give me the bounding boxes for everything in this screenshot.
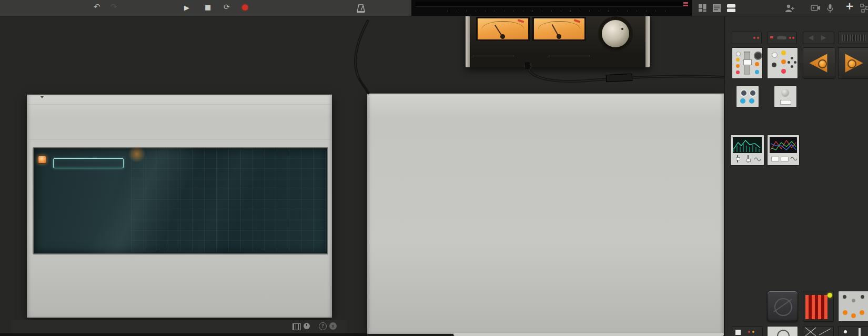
keyboard-icon[interactable] xyxy=(292,323,301,330)
browser-panel xyxy=(724,16,868,336)
device-thumbnail[interactable] xyxy=(838,326,868,336)
meter-clip-indicator xyxy=(683,5,688,6)
device-thumbnail[interactable] xyxy=(767,32,797,44)
list-view-icon[interactable] xyxy=(712,4,721,13)
device-thumbnail[interactable] xyxy=(732,32,762,44)
divider xyxy=(27,105,331,105)
vu-meter-left xyxy=(476,17,530,41)
device-thumbnail[interactable] xyxy=(803,32,834,44)
loop-button[interactable]: ⟳ xyxy=(224,3,230,11)
device-left-rail xyxy=(466,14,470,67)
output-level-knob[interactable] xyxy=(602,20,629,47)
arranger-view-icon[interactable] xyxy=(698,4,707,13)
routing-icon[interactable] xyxy=(860,4,868,13)
sample-active-led xyxy=(38,156,46,164)
divider xyxy=(27,139,331,139)
help-icon[interactable]: ? xyxy=(319,322,327,330)
device-thumbnail-left-arrow[interactable] xyxy=(803,47,835,79)
effect-red-grid-device[interactable] xyxy=(803,291,834,322)
play-button[interactable]: ▶ xyxy=(184,4,189,12)
master-level-meter xyxy=(416,2,683,7)
selected-sample-box[interactable] xyxy=(53,158,124,168)
note-arrow-icon xyxy=(41,96,44,98)
device-thumbnail-right-arrow[interactable] xyxy=(838,47,868,79)
bottom-strip xyxy=(0,333,367,336)
stop-button[interactable]: ■ xyxy=(205,3,211,11)
meter-ticks xyxy=(447,11,673,12)
undo-icon[interactable]: ↶ xyxy=(94,2,100,12)
device-thumbnail[interactable] xyxy=(838,32,868,44)
device-thumbnail[interactable] xyxy=(767,326,798,336)
daw-app: ↶ ↷ ▶ ■ ⟳ ● xyxy=(0,0,868,336)
mixer-scrollbar[interactable] xyxy=(453,333,724,336)
microphone-icon[interactable] xyxy=(826,4,834,13)
add-track-icon[interactable]: + xyxy=(845,0,854,12)
vu-meter-right xyxy=(532,17,586,41)
close-icon[interactable]: x xyxy=(329,322,337,330)
record-button[interactable]: ● xyxy=(241,2,248,12)
effect-gray-knobs-device[interactable] xyxy=(838,291,868,322)
meter-clip-indicator xyxy=(683,2,688,4)
stereo-output-device xyxy=(466,14,650,67)
device-right-rail xyxy=(645,14,650,67)
output-jack[interactable] xyxy=(524,63,531,70)
mastering-device-eq[interactable] xyxy=(730,135,764,166)
mastering-device-analyzer[interactable] xyxy=(767,135,800,166)
device-thumbnail-small[interactable] xyxy=(736,86,759,108)
device-thumbnail-channel[interactable] xyxy=(732,47,763,79)
knob-mode-icon[interactable] xyxy=(304,323,310,329)
metronome-icon[interactable] xyxy=(356,4,366,13)
cable-tag xyxy=(606,74,633,83)
device-thumbnail[interactable] xyxy=(803,326,834,336)
device-thumbnail[interactable] xyxy=(732,326,763,336)
plugin-footer-bar: ? x xyxy=(11,320,347,333)
mixer-window xyxy=(367,94,724,334)
step-grid[interactable] xyxy=(132,149,326,251)
topbar-right: + xyxy=(692,0,868,16)
top-menu-bar: ↶ ↷ ▶ ■ ⟳ ● xyxy=(0,0,868,16)
device-thumbnail-knobs[interactable] xyxy=(767,47,798,79)
video-camera-icon[interactable] xyxy=(811,4,821,12)
split-view-icon[interactable] xyxy=(726,4,736,13)
playhead-glow xyxy=(127,146,146,162)
effect-logo-device[interactable] xyxy=(767,291,798,322)
device-thumbnail-small[interactable] xyxy=(774,86,797,108)
redo-icon[interactable]: ↷ xyxy=(110,2,117,12)
add-user-icon[interactable] xyxy=(784,4,795,13)
